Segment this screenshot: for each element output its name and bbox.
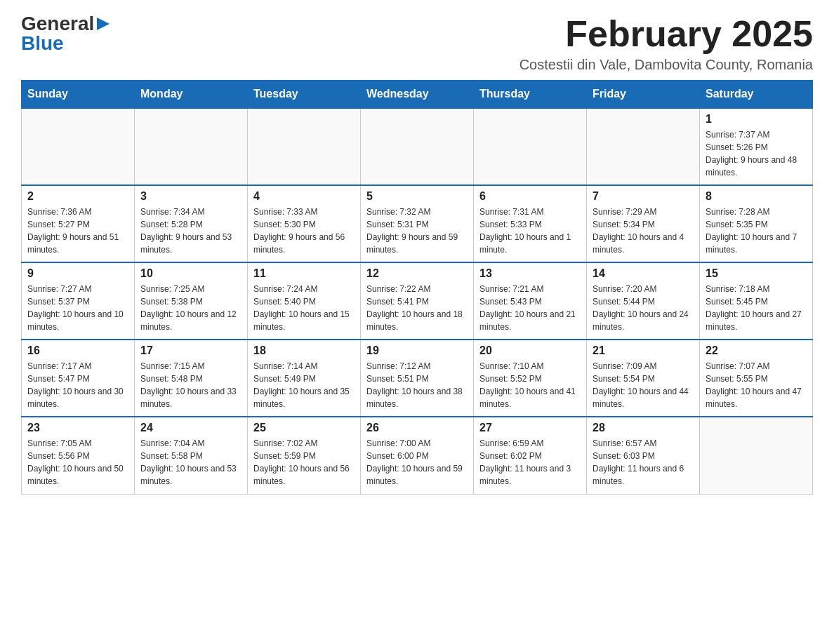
day-info: Sunrise: 7:20 AMSunset: 5:44 PMDaylight:…	[593, 283, 694, 333]
calendar-cell: 28Sunrise: 6:57 AMSunset: 6:03 PMDayligh…	[587, 417, 700, 494]
calendar-cell: 21Sunrise: 7:09 AMSunset: 5:54 PMDayligh…	[587, 340, 700, 417]
calendar-cell: 13Sunrise: 7:21 AMSunset: 5:43 PMDayligh…	[474, 262, 587, 340]
title-area: February 2025 Costestii din Vale, Dambov…	[519, 14, 813, 73]
day-number: 3	[140, 190, 241, 203]
calendar-cell: 2Sunrise: 7:36 AMSunset: 5:27 PMDaylight…	[22, 185, 135, 262]
day-info: Sunrise: 7:29 AMSunset: 5:34 PMDaylight:…	[593, 206, 694, 256]
day-info: Sunrise: 7:18 AMSunset: 5:45 PMDaylight:…	[706, 283, 807, 333]
calendar-cell: 26Sunrise: 7:00 AMSunset: 6:00 PMDayligh…	[361, 417, 474, 494]
day-info: Sunrise: 7:15 AMSunset: 5:48 PMDaylight:…	[140, 360, 241, 410]
calendar-cell: 10Sunrise: 7:25 AMSunset: 5:38 PMDayligh…	[135, 262, 248, 340]
day-of-week-header: Wednesday	[361, 81, 474, 109]
calendar-cell: 6Sunrise: 7:31 AMSunset: 5:33 PMDaylight…	[474, 185, 587, 262]
calendar-cell: 8Sunrise: 7:28 AMSunset: 5:35 PMDaylight…	[700, 185, 813, 262]
day-number: 9	[27, 267, 128, 280]
day-info: Sunrise: 7:14 AMSunset: 5:49 PMDaylight:…	[253, 360, 355, 410]
calendar-table: SundayMondayTuesdayWednesdayThursdayFrid…	[21, 80, 813, 495]
day-info: Sunrise: 7:09 AMSunset: 5:54 PMDaylight:…	[593, 360, 694, 410]
day-info: Sunrise: 7:32 AMSunset: 5:31 PMDaylight:…	[366, 206, 468, 256]
days-of-week-row: SundayMondayTuesdayWednesdayThursdayFrid…	[22, 81, 813, 109]
day-number: 25	[253, 422, 355, 434]
day-info: Sunrise: 7:00 AMSunset: 6:00 PMDaylight:…	[366, 437, 468, 488]
day-info: Sunrise: 7:22 AMSunset: 5:41 PMDaylight:…	[366, 283, 468, 333]
calendar-cell: 11Sunrise: 7:24 AMSunset: 5:40 PMDayligh…	[248, 262, 361, 340]
day-info: Sunrise: 7:07 AMSunset: 5:55 PMDaylight:…	[706, 360, 807, 410]
day-info: Sunrise: 7:21 AMSunset: 5:43 PMDaylight:…	[479, 283, 581, 333]
day-of-week-header: Monday	[135, 81, 248, 109]
day-number: 26	[366, 422, 468, 434]
day-number: 8	[706, 190, 807, 203]
day-of-week-header: Friday	[587, 81, 700, 109]
day-of-week-header: Thursday	[474, 81, 587, 109]
calendar-body: 1Sunrise: 7:37 AMSunset: 5:26 PMDaylight…	[22, 108, 813, 494]
day-info: Sunrise: 7:24 AMSunset: 5:40 PMDaylight:…	[253, 283, 355, 333]
calendar-cell: 4Sunrise: 7:33 AMSunset: 5:30 PMDaylight…	[248, 185, 361, 262]
calendar-week-row: 2Sunrise: 7:36 AMSunset: 5:27 PMDaylight…	[22, 185, 813, 262]
day-info: Sunrise: 7:28 AMSunset: 5:35 PMDaylight:…	[706, 206, 807, 256]
calendar-cell	[248, 108, 361, 185]
calendar-cell: 17Sunrise: 7:15 AMSunset: 5:48 PMDayligh…	[135, 340, 248, 417]
calendar-week-row: 23Sunrise: 7:05 AMSunset: 5:56 PMDayligh…	[22, 417, 813, 494]
calendar-cell: 1Sunrise: 7:37 AMSunset: 5:26 PMDaylight…	[700, 108, 813, 185]
month-title: February 2025	[519, 14, 813, 54]
day-number: 24	[140, 422, 241, 434]
day-info: Sunrise: 7:37 AMSunset: 5:26 PMDaylight:…	[706, 128, 807, 179]
calendar-week-row: 16Sunrise: 7:17 AMSunset: 5:47 PMDayligh…	[22, 340, 813, 417]
calendar-cell	[700, 417, 813, 494]
day-number: 22	[706, 344, 807, 357]
day-number: 16	[27, 344, 128, 357]
calendar-cell	[22, 108, 135, 185]
day-number: 28	[593, 422, 694, 434]
calendar-header: SundayMondayTuesdayWednesdayThursdayFrid…	[22, 81, 813, 109]
day-number: 13	[479, 267, 581, 280]
day-number: 7	[593, 190, 694, 203]
calendar-cell: 22Sunrise: 7:07 AMSunset: 5:55 PMDayligh…	[700, 340, 813, 417]
logo-blue-text: Blue	[21, 34, 64, 53]
calendar-week-row: 9Sunrise: 7:27 AMSunset: 5:37 PMDaylight…	[22, 262, 813, 340]
calendar-cell	[474, 108, 587, 185]
day-info: Sunrise: 6:59 AMSunset: 6:02 PMDaylight:…	[479, 437, 581, 488]
day-info: Sunrise: 7:34 AMSunset: 5:28 PMDaylight:…	[140, 206, 241, 256]
day-number: 6	[479, 190, 581, 203]
logo-arrow-icon	[95, 16, 111, 32]
day-number: 11	[253, 267, 355, 280]
day-number: 14	[593, 267, 694, 280]
day-number: 15	[706, 267, 807, 280]
calendar-cell: 3Sunrise: 7:34 AMSunset: 5:28 PMDaylight…	[135, 185, 248, 262]
page-header: General Blue February 2025 Costestii din…	[21, 14, 813, 73]
day-number: 23	[27, 422, 128, 434]
calendar-cell: 18Sunrise: 7:14 AMSunset: 5:49 PMDayligh…	[248, 340, 361, 417]
day-info: Sunrise: 7:27 AMSunset: 5:37 PMDaylight:…	[27, 283, 128, 333]
calendar-cell: 12Sunrise: 7:22 AMSunset: 5:41 PMDayligh…	[361, 262, 474, 340]
calendar-cell: 25Sunrise: 7:02 AMSunset: 5:59 PMDayligh…	[248, 417, 361, 494]
svg-marker-0	[97, 18, 110, 30]
location-subtitle: Costestii din Vale, Dambovita County, Ro…	[519, 57, 813, 73]
day-info: Sunrise: 7:05 AMSunset: 5:56 PMDaylight:…	[27, 437, 128, 488]
logo: General Blue	[21, 14, 111, 53]
day-of-week-header: Tuesday	[248, 81, 361, 109]
day-number: 18	[253, 344, 355, 357]
calendar-cell: 9Sunrise: 7:27 AMSunset: 5:37 PMDaylight…	[22, 262, 135, 340]
day-info: Sunrise: 7:36 AMSunset: 5:27 PMDaylight:…	[27, 206, 128, 256]
day-number: 5	[366, 190, 468, 203]
day-number: 1	[706, 113, 807, 126]
day-info: Sunrise: 7:12 AMSunset: 5:51 PMDaylight:…	[366, 360, 468, 410]
calendar-cell: 14Sunrise: 7:20 AMSunset: 5:44 PMDayligh…	[587, 262, 700, 340]
calendar-cell: 27Sunrise: 6:59 AMSunset: 6:02 PMDayligh…	[474, 417, 587, 494]
calendar-week-row: 1Sunrise: 7:37 AMSunset: 5:26 PMDaylight…	[22, 108, 813, 185]
day-number: 21	[593, 344, 694, 357]
day-number: 19	[366, 344, 468, 357]
day-number: 17	[140, 344, 241, 357]
day-info: Sunrise: 7:02 AMSunset: 5:59 PMDaylight:…	[253, 437, 355, 488]
calendar-cell: 20Sunrise: 7:10 AMSunset: 5:52 PMDayligh…	[474, 340, 587, 417]
day-info: Sunrise: 6:57 AMSunset: 6:03 PMDaylight:…	[593, 437, 694, 488]
day-info: Sunrise: 7:33 AMSunset: 5:30 PMDaylight:…	[253, 206, 355, 256]
day-info: Sunrise: 7:25 AMSunset: 5:38 PMDaylight:…	[140, 283, 241, 333]
day-info: Sunrise: 7:10 AMSunset: 5:52 PMDaylight:…	[479, 360, 581, 410]
day-number: 27	[479, 422, 581, 434]
day-number: 4	[253, 190, 355, 203]
day-of-week-header: Sunday	[22, 81, 135, 109]
day-info: Sunrise: 7:04 AMSunset: 5:58 PMDaylight:…	[140, 437, 241, 488]
day-number: 2	[27, 190, 128, 203]
calendar-cell	[361, 108, 474, 185]
